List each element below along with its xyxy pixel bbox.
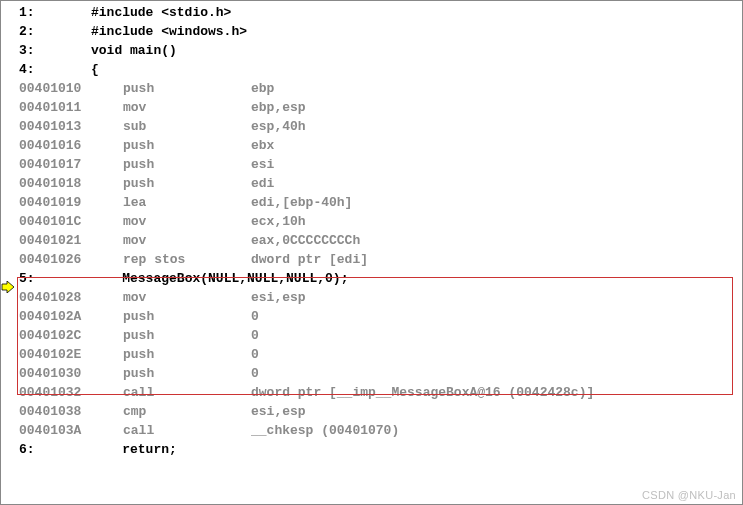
source-text: #include <stdio.h> <box>91 3 231 22</box>
address: 00401032 <box>19 383 123 402</box>
operands: ebp,esp <box>251 100 306 115</box>
address: 00401018 <box>19 174 123 193</box>
address: 00401016 <box>19 136 123 155</box>
operands: 0 <box>251 328 259 343</box>
operands: eax,0CCCCCCCCh <box>251 233 360 248</box>
line-number: 3: <box>19 41 91 60</box>
operands: esi,esp <box>251 290 306 305</box>
mnemonic: sub <box>123 117 251 136</box>
asm-line: 0040101Cmovecx,10h <box>19 212 742 231</box>
asm-line-current: 00401028movesi,esp <box>19 288 742 307</box>
source-text: { <box>91 60 99 79</box>
mnemonic: push <box>123 307 251 326</box>
address: 0040102A <box>19 307 123 326</box>
address: 00401021 <box>19 231 123 250</box>
source-line: 5: MessageBox(NULL,NULL,NULL,0); <box>19 269 742 288</box>
mnemonic: push <box>123 326 251 345</box>
asm-line: 00401030push0 <box>19 364 742 383</box>
operands: dword ptr [__imp__MessageBoxA@16 (004242… <box>251 385 594 400</box>
operands: 0 <box>251 347 259 362</box>
address: 00401013 <box>19 117 123 136</box>
address: 00401011 <box>19 98 123 117</box>
source-line: 1:#include <stdio.h> <box>19 3 742 22</box>
operands: ebx <box>251 138 274 153</box>
address: 00401010 <box>19 79 123 98</box>
asm-line: 00401021moveax,0CCCCCCCCh <box>19 231 742 250</box>
address: 00401017 <box>19 155 123 174</box>
mnemonic: cmp <box>123 402 251 421</box>
asm-line: 00401026rep stosdword ptr [edi] <box>19 250 742 269</box>
mnemonic: push <box>123 155 251 174</box>
operands: ebp <box>251 81 274 96</box>
source-line: 3:void main() <box>19 41 742 60</box>
asm-line: 00401018pushedi <box>19 174 742 193</box>
mnemonic: rep stos <box>123 250 251 269</box>
address: 00401026 <box>19 250 123 269</box>
mnemonic: push <box>123 174 251 193</box>
line-number: 5: <box>19 269 91 288</box>
asm-line: 00401013subesp,40h <box>19 117 742 136</box>
mnemonic: mov <box>123 288 251 307</box>
asm-line: 00401019leaedi,[ebp-40h] <box>19 193 742 212</box>
asm-line: 00401038cmpesi,esp <box>19 402 742 421</box>
source-text: #include <windows.h> <box>91 22 247 41</box>
disassembly-view: 1:#include <stdio.h> 2:#include <windows… <box>1 1 742 461</box>
line-number: 2: <box>19 22 91 41</box>
operands: __chkesp (00401070) <box>251 423 399 438</box>
source-line: 2:#include <windows.h> <box>19 22 742 41</box>
address: 00401030 <box>19 364 123 383</box>
operands: esi,esp <box>251 404 306 419</box>
operands: ecx,10h <box>251 214 306 229</box>
mnemonic: mov <box>123 231 251 250</box>
address: 00401019 <box>19 193 123 212</box>
line-number: 6: <box>19 440 91 459</box>
address: 0040103A <box>19 421 123 440</box>
address: 00401038 <box>19 402 123 421</box>
operands: edi <box>251 176 274 191</box>
operands: edi,[ebp-40h] <box>251 195 352 210</box>
operands: esi <box>251 157 274 172</box>
address: 0040102C <box>19 326 123 345</box>
asm-line: 0040103Acall__chkesp (00401070) <box>19 421 742 440</box>
line-number: 1: <box>19 3 91 22</box>
asm-line: 00401010pushebp <box>19 79 742 98</box>
source-text: MessageBox(NULL,NULL,NULL,0); <box>122 269 348 288</box>
mnemonic: call <box>123 421 251 440</box>
operands: esp,40h <box>251 119 306 134</box>
operands: 0 <box>251 309 259 324</box>
line-number: 4: <box>19 60 91 79</box>
asm-line: 00401032calldword ptr [__imp__MessageBox… <box>19 383 742 402</box>
mnemonic: push <box>123 79 251 98</box>
address: 0040101C <box>19 212 123 231</box>
mnemonic: call <box>123 383 251 402</box>
mnemonic: lea <box>123 193 251 212</box>
source-text: void main() <box>91 41 177 60</box>
asm-line: 00401017pushesi <box>19 155 742 174</box>
mnemonic: push <box>123 136 251 155</box>
operands: dword ptr [edi] <box>251 252 368 267</box>
watermark-text: CSDN @NKU-Jan <box>642 489 736 501</box>
source-line: 4:{ <box>19 60 742 79</box>
asm-line: 00401011movebp,esp <box>19 98 742 117</box>
mnemonic: push <box>123 364 251 383</box>
mnemonic: mov <box>123 212 251 231</box>
address: 0040102E <box>19 345 123 364</box>
asm-line: 00401016pushebx <box>19 136 742 155</box>
asm-line: 0040102Epush0 <box>19 345 742 364</box>
source-line: 6: return; <box>19 440 742 459</box>
operands: 0 <box>251 366 259 381</box>
source-text: return; <box>122 440 177 459</box>
mnemonic: push <box>123 345 251 364</box>
mnemonic: mov <box>123 98 251 117</box>
asm-line: 0040102Apush0 <box>19 307 742 326</box>
asm-line: 0040102Cpush0 <box>19 326 742 345</box>
address: 00401028 <box>19 288 123 307</box>
